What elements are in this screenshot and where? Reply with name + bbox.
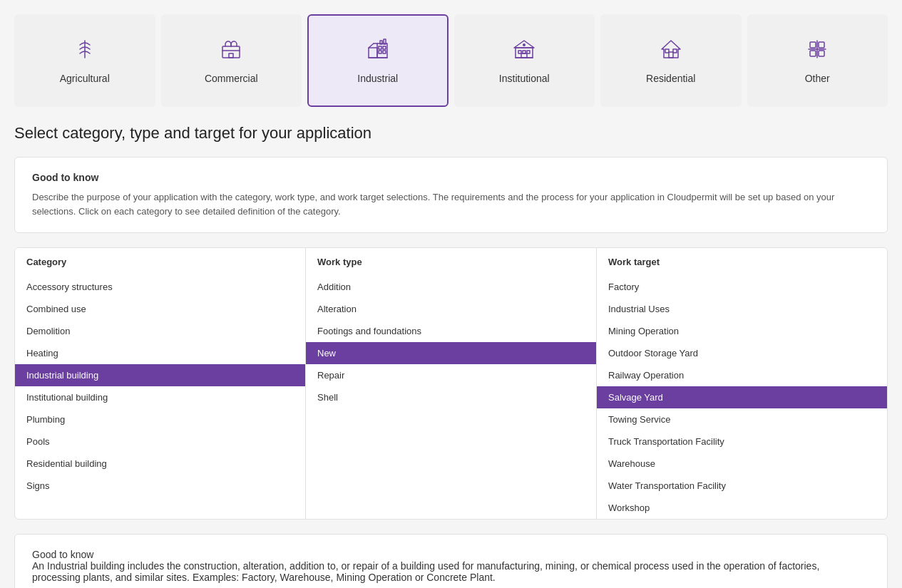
selection-area: Category Accessory structures Combined u… (14, 247, 888, 520)
list-item[interactable]: Factory (597, 276, 887, 298)
list-item[interactable]: Repair (306, 364, 596, 386)
category-card-institutional[interactable]: Institutional (454, 14, 595, 107)
list-item[interactable]: Truck Transportation Facility (597, 430, 887, 453)
other-icon (806, 38, 829, 64)
category-card-commercial[interactable]: Commercial (161, 14, 302, 107)
list-item[interactable]: Workshop (597, 497, 887, 519)
list-item[interactable]: Railway Operation (597, 364, 887, 386)
svg-rect-2 (229, 53, 233, 58)
svg-rect-20 (521, 53, 527, 58)
svg-rect-3 (369, 48, 377, 58)
list-item[interactable]: Alteration (306, 298, 596, 320)
list-item[interactable]: Shell (306, 386, 596, 408)
svg-rect-19 (527, 51, 530, 53)
svg-rect-0 (222, 46, 240, 58)
list-item[interactable]: Addition (306, 276, 596, 298)
work-target-list: Factory Industrial Uses Mining Operation… (597, 276, 887, 519)
list-item[interactable]: Plumbing (15, 408, 305, 430)
industrial-icon (367, 38, 389, 64)
good-to-know-top-title: Good to know (32, 172, 870, 183)
list-item[interactable]: Towing Service (597, 408, 887, 430)
category-column-header: Category (15, 248, 305, 276)
svg-rect-29 (819, 51, 824, 56)
list-item[interactable]: Outdoor Storage Yard (597, 342, 887, 364)
category-card-other[interactable]: Other (747, 14, 888, 107)
list-item[interactable]: Warehouse (597, 453, 887, 475)
svg-marker-22 (662, 41, 680, 58)
svg-rect-28 (810, 51, 816, 56)
list-item[interactable]: Mining Operation (597, 320, 887, 342)
institutional-icon (513, 38, 535, 64)
category-card-industrial-label: Industrial (357, 73, 398, 84)
list-item[interactable]: Industrial Uses (597, 298, 887, 320)
good-to-know-bottom-body: An Industrial building includes the cons… (32, 560, 870, 583)
svg-rect-10 (383, 51, 386, 53)
category-card-residential-label: Residential (646, 73, 695, 84)
category-column: Category Accessory structures Combined u… (15, 248, 306, 519)
list-item[interactable]: Residential building (15, 453, 305, 475)
list-item[interactable]: Footings and foundations (306, 320, 596, 342)
svg-point-16 (523, 43, 526, 46)
svg-rect-17 (518, 51, 521, 53)
residential-icon (660, 38, 682, 64)
page-title: Select category, type and target for you… (14, 124, 888, 143)
list-item[interactable]: Accessory structures (15, 276, 305, 298)
work-type-column-header: Work type (306, 248, 596, 276)
good-to-know-top: Good to know Describe the purpose of you… (14, 157, 888, 233)
category-card-other-label: Other (805, 73, 830, 84)
commercial-icon (220, 38, 242, 64)
svg-rect-25 (673, 49, 677, 53)
list-item[interactable]: New (306, 342, 596, 364)
list-item[interactable]: Water Transportation Facility (597, 475, 887, 497)
category-card-agricultural-label: Agricultural (60, 73, 110, 84)
good-to-know-bottom-title: Good to know (32, 549, 870, 560)
svg-line-5 (369, 43, 374, 48)
list-item[interactable]: Signs (15, 475, 305, 497)
good-to-know-bottom: Good to know An Industrial building incl… (14, 534, 888, 588)
list-item[interactable]: Heating (15, 342, 305, 364)
category-card-agricultural[interactable]: Agricultural (14, 14, 155, 107)
category-card-commercial-label: Commercial (205, 73, 258, 84)
list-item[interactable]: Demolition (15, 320, 305, 342)
category-cards-row: Agricultural Commercial (14, 14, 888, 107)
work-type-list: Addition Alteration Footings and foundat… (306, 276, 596, 519)
svg-rect-12 (380, 41, 382, 44)
category-card-institutional-label: Institutional (499, 73, 550, 84)
category-card-industrial[interactable]: Industrial (307, 14, 449, 107)
svg-rect-8 (383, 46, 386, 49)
list-item[interactable]: Industrial building (15, 364, 305, 386)
good-to-know-top-body: Describe the purpose of your application… (32, 190, 870, 218)
list-item[interactable]: Combined use (15, 298, 305, 320)
work-type-column: Work type Addition Alteration Footings a… (306, 248, 597, 519)
svg-rect-24 (665, 49, 669, 53)
category-list: Accessory structures Combined use Demoli… (15, 276, 305, 519)
list-item[interactable]: Salvage Yard (597, 386, 887, 408)
agricultural-icon (73, 38, 96, 64)
work-target-column: Work target Factory Industrial Uses Mini… (597, 248, 887, 519)
svg-rect-27 (819, 42, 824, 48)
list-item[interactable]: Pools (15, 430, 305, 453)
svg-rect-9 (379, 51, 381, 53)
svg-rect-7 (379, 46, 381, 49)
work-target-column-header: Work target (597, 248, 887, 276)
svg-rect-26 (810, 42, 816, 48)
category-card-residential[interactable]: Residential (600, 14, 742, 107)
svg-rect-23 (669, 52, 673, 58)
list-item[interactable]: Institutional building (15, 386, 305, 408)
